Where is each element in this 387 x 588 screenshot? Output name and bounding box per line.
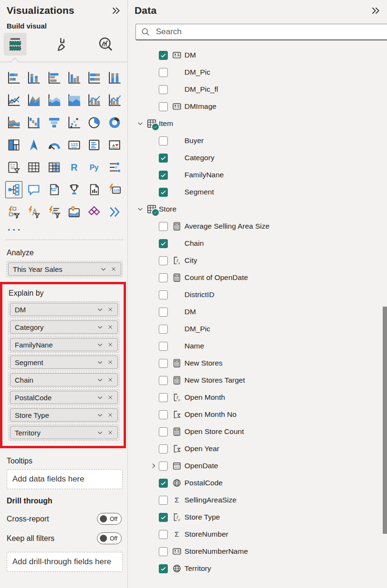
field-dm_pic[interactable]: DM_Pic (128, 64, 387, 81)
remove-field-icon[interactable] (107, 359, 114, 366)
visual-new-card-icon[interactable]: 123 (106, 181, 123, 198)
checkbox-districtid[interactable] (159, 290, 168, 299)
field-pill-chain[interactable]: Chain (10, 373, 118, 386)
checkbox-name[interactable] (159, 342, 168, 351)
checkbox-new-stores-target[interactable] (159, 376, 168, 385)
checkbox-dm[interactable] (159, 51, 168, 60)
cross-report-toggle[interactable]: Off (97, 513, 122, 525)
visual-treemap-icon[interactable] (5, 136, 22, 154)
visual-gauge-icon[interactable] (46, 136, 63, 154)
visual-r-script-visual-icon[interactable]: R (66, 159, 83, 176)
visual-kpi-icon[interactable] (106, 136, 123, 154)
visual-100-stacked-column-chart-icon[interactable] (106, 69, 123, 87)
checkbox-storenumber[interactable] (159, 530, 168, 539)
chevron-down-icon[interactable] (97, 341, 104, 348)
checkbox-dmimage[interactable] (159, 102, 168, 111)
remove-field-icon[interactable] (107, 412, 114, 418)
visual-text-slicer-icon[interactable] (25, 203, 42, 221)
checkbox-postalcode[interactable] (159, 479, 168, 488)
visual-table-icon[interactable] (25, 159, 42, 176)
visual-map-icon[interactable] (25, 136, 42, 154)
visual-card-icon[interactable]: 123 (66, 136, 83, 154)
tooltips-dropzone[interactable]: Add data fields here (7, 469, 123, 489)
field-average-selling-area-size[interactable]: Average Selling Area Size (128, 218, 387, 235)
checkbox-opendate[interactable] (159, 462, 168, 471)
field-storenumbername[interactable]: StoreNumberName (128, 543, 387, 560)
field-storenumber[interactable]: ΣStoreNumber (128, 526, 387, 543)
remove-field-icon[interactable] (107, 306, 114, 313)
checkbox-open-month-no[interactable] (159, 410, 168, 419)
search-box[interactable] (135, 24, 387, 40)
visual-pie-chart-icon[interactable] (86, 114, 103, 131)
field-city[interactable]: fxCity (128, 252, 387, 269)
visual-arcgis-map-icon[interactable] (66, 203, 83, 221)
visual-clustered-column-chart-icon[interactable] (66, 69, 83, 87)
field-open-month[interactable]: fxOpen Month (128, 389, 387, 406)
field-new-stores[interactable]: New Stores (128, 355, 387, 372)
chevron-right-icon[interactable] (150, 462, 159, 470)
visual-100-stacked-bar-chart-icon[interactable] (86, 69, 103, 87)
remove-field-icon[interactable] (110, 266, 117, 272)
visual-scatter-chart-icon[interactable] (66, 114, 83, 131)
visual-area-chart-icon[interactable] (25, 92, 42, 109)
visual-python-visual-icon[interactable]: Py (86, 159, 103, 176)
field-pill-segment[interactable]: Segment (10, 356, 118, 369)
visual-slicer-icon[interactable] (5, 159, 22, 176)
field-open-month-no[interactable]: Open Month No (128, 406, 387, 423)
collapse-visualizations-icon[interactable] (111, 6, 121, 16)
field-familynane[interactable]: FamilyNane (128, 166, 387, 183)
more-visuals-button[interactable]: ... (0, 221, 127, 232)
visual-q-and-a-icon[interactable] (25, 181, 42, 198)
checkbox-open-store-count[interactable] (159, 427, 168, 436)
visual-line-and-stacked-column-chart-icon[interactable] (86, 92, 103, 109)
field-dm[interactable]: DM (128, 303, 387, 320)
field-opendate[interactable]: OpenDate (128, 457, 387, 474)
remove-field-icon[interactable] (107, 429, 114, 436)
visual-waterfall-chart-icon[interactable] (25, 114, 42, 131)
field-pill-dm[interactable]: DM (10, 303, 118, 316)
checkbox-territory[interactable] (159, 564, 168, 573)
chevron-down-icon[interactable] (136, 205, 145, 213)
checkbox-city[interactable] (159, 256, 168, 265)
visual-power-automate-icon[interactable] (106, 203, 123, 221)
visual-ribbon-chart-icon[interactable] (5, 114, 22, 131)
tab-analytics[interactable] (94, 33, 117, 56)
field-pill-postalcode[interactable]: PostalCode (10, 391, 118, 404)
table-store[interactable]: Store (128, 201, 387, 218)
vertical-scrollbar-thumb[interactable] (383, 307, 387, 534)
checkbox-chain[interactable] (159, 239, 168, 248)
checkbox-count-of-opendate[interactable] (159, 273, 168, 282)
chevron-down-icon[interactable] (100, 266, 107, 273)
checkbox-buyer[interactable] (159, 136, 168, 145)
search-input[interactable] (155, 27, 387, 37)
visual-multi-row-card-icon[interactable] (86, 136, 103, 154)
field-count-of-opendate[interactable]: Count of OpenDate (128, 269, 387, 286)
chevron-down-icon[interactable] (97, 394, 104, 401)
visual-100-stacked-area-chart-icon[interactable] (66, 92, 83, 109)
chevron-down-icon[interactable] (97, 429, 104, 436)
visual-power-apps-icon[interactable] (86, 203, 103, 221)
chevron-down-icon[interactable] (97, 359, 104, 366)
remove-field-icon[interactable] (107, 394, 114, 401)
visual-paginated-report-icon[interactable] (86, 181, 103, 198)
visual-line-and-clustered-column-chart-icon[interactable] (106, 92, 123, 109)
checkbox-dm_pic_fl[interactable] (159, 85, 168, 94)
table-item[interactable]: Item (128, 115, 387, 132)
field-dm[interactable]: DM (128, 47, 387, 64)
field-territory[interactable]: Territory (128, 560, 387, 577)
visual-donut-chart-icon[interactable] (106, 114, 123, 131)
field-pill-store-type[interactable]: Store Type (10, 408, 118, 422)
checkbox-sellingareasize[interactable] (159, 496, 168, 505)
field-name[interactable]: Name (128, 337, 387, 355)
field-pill-territory[interactable]: Territory (10, 426, 118, 439)
remove-field-icon[interactable] (107, 341, 114, 348)
chevron-down-icon[interactable] (97, 412, 104, 419)
drill-through-dropzone[interactable]: Add drill-through fields here (7, 552, 123, 572)
field-pill-this-year-sales[interactable]: This Year Sales (8, 262, 121, 276)
field-open-year[interactable]: Open Year (128, 440, 387, 457)
field-chain[interactable]: Chain (128, 235, 387, 252)
remove-field-icon[interactable] (107, 376, 114, 383)
visual-metrics-icon[interactable] (66, 181, 83, 198)
chevron-down-icon[interactable] (97, 324, 104, 331)
field-dmimage[interactable]: DMImage (128, 98, 387, 115)
